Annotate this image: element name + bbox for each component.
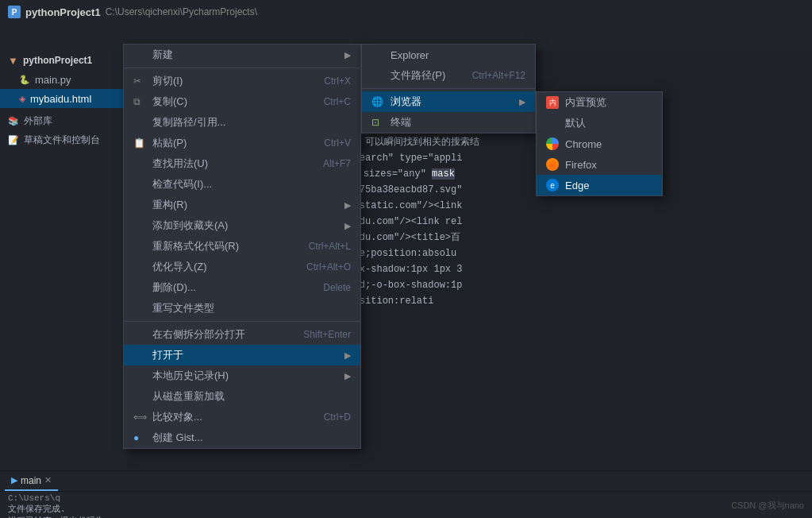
menu-compare-label: 比较对象... <box>152 410 202 424</box>
menu-item-paste[interactable]: 📋 粘贴(P) Ctrl+V <box>124 133 360 153</box>
menu-item-find[interactable]: 查找用法(U) Alt+F7 <box>124 153 360 174</box>
menu-item-reload[interactable]: 从磁盘重新加载 <box>124 386 360 407</box>
menu-refactor-label: 重构(R) <box>152 198 187 212</box>
browser-builtin[interactable]: 内 内置预览 <box>537 92 662 113</box>
menu-copy-label: 复制(C) <box>152 95 187 109</box>
file-tree-item-external[interactable]: 📚 外部库 <box>0 111 127 130</box>
menu-item-split[interactable]: 在右侧拆分部分打开 Shift+Enter <box>124 324 360 345</box>
menu-open-with-label: 打开于 <box>152 348 183 362</box>
csdn-watermark: CSDN @我与nano <box>731 500 804 512</box>
cut-shortcut: Ctrl+X <box>324 75 351 87</box>
chrome-label: Chrome <box>565 138 602 150</box>
menu-item-inspect[interactable]: 检查代码(I)... <box>124 174 360 195</box>
menu-new-label: 新建 <box>152 48 173 62</box>
menu-optimize-label: 优化导入(Z) <box>152 260 207 274</box>
submenu-browser[interactable]: 🌐 浏览器 ▶ <box>362 91 535 112</box>
run-tab-main[interactable]: ▶ main ✕ <box>5 471 58 491</box>
submenu-explorer[interactable]: Explorer <box>362 44 535 65</box>
run-tabs: ▶ main ✕ <box>0 471 812 492</box>
submenu-filepath-label: 文件路径(P) <box>391 68 445 83</box>
menu-item-refactor[interactable]: 重构(R) ▶ <box>124 195 360 215</box>
refactor-arrow: ▶ <box>344 200 351 211</box>
run-output-line4: 进程已结束，退出代码为 0 <box>8 515 804 518</box>
project-path: C:\Users\qichenxi\PycharmProjects\ <box>106 6 257 17</box>
menu-find-label: 查找用法(U) <box>152 157 208 171</box>
scratch-icon: 📝 <box>8 135 19 145</box>
reformat-shortcut: Ctrl+Alt+L <box>309 241 351 252</box>
separator-2 <box>124 321 360 322</box>
compare-shortcut: Ctrl+D <box>324 412 351 423</box>
copy-shortcut: Ctrl+C <box>324 96 351 107</box>
open-with-arrow: ▶ <box>344 350 351 361</box>
history-arrow: ▶ <box>344 371 351 381</box>
html-label: mybaidu.html <box>30 93 91 105</box>
menu-item-fav[interactable]: 添加到收藏夹(A) ▶ <box>124 215 360 236</box>
split-shortcut: Shift+Enter <box>303 329 351 340</box>
new-arrow: ▶ <box>344 50 351 60</box>
submenu-open-with: Explorer 文件路径(P) Ctrl+Alt+F12 🌐 浏览器 ▶ ⊡ … <box>361 44 536 133</box>
menu-paste-label: 粘贴(P) <box>152 136 187 150</box>
menu-rewrite-label: 重写文件类型 <box>152 301 214 315</box>
close-icon[interactable]: ✕ <box>44 475 52 485</box>
gist-icon: ● <box>133 432 146 443</box>
menu-split-label: 在右侧拆分部分打开 <box>152 327 245 342</box>
menu-item-cut[interactable]: ✂ 剪切(I) Ctrl+X <box>124 71 360 91</box>
left-panel: ▼ pythonProject1 🐍 main.py ◈ mybaidu.htm… <box>0 51 127 470</box>
menu-item-new[interactable]: 新建 ▶ <box>124 44 360 65</box>
browser-default[interactable]: 默认 <box>537 113 662 133</box>
project-label: pythonProject1 <box>23 55 92 66</box>
browser-chrome[interactable]: Chrome <box>537 133 662 154</box>
run-output-line1: C:\Users\q <box>8 493 804 503</box>
file-tree-item-scratch[interactable]: 📝 草稿文件和控制台 <box>0 130 127 149</box>
browser-icon: 🌐 <box>371 96 384 107</box>
file-tree-item-html[interactable]: ◈ mybaidu.html <box>0 89 127 108</box>
project-name: pythonProject1 <box>25 6 101 18</box>
bottom-bar: ▶ main ✕ C:\Users\q 文件保存完成. 进程已结束，退出代码为 … <box>0 470 812 518</box>
firefox-icon <box>546 158 559 171</box>
run-icon: ▶ <box>11 475 17 485</box>
menu-item-gist[interactable]: ● 创建 Gist... <box>124 427 360 448</box>
run-output-line2: 文件保存完成. <box>8 503 804 515</box>
menu-item-copy[interactable]: ⧉ 复制(C) Ctrl+C <box>124 91 360 112</box>
context-menu: 新建 ▶ ✂ 剪切(I) Ctrl+X ⧉ 复制(C) Ctrl+C 复制路径/… <box>123 44 361 449</box>
run-tab-label: main <box>21 475 41 486</box>
submenu-browser-label: 浏览器 <box>391 95 421 109</box>
file-tree-item-main-py[interactable]: 🐍 main.py <box>0 70 127 89</box>
submenu-file-path[interactable]: 文件路径(P) Ctrl+Alt+F12 <box>362 65 535 86</box>
filepath-shortcut: Ctrl+Alt+F12 <box>472 70 525 81</box>
copy-icon: ⧉ <box>133 96 146 107</box>
terminal-icon: ⊡ <box>371 117 384 128</box>
submenu-terminal[interactable]: ⊡ 终端 <box>362 112 535 133</box>
browser-firefox[interactable]: Firefox <box>537 154 662 175</box>
menu-item-compare[interactable]: ⟺ 比较对象... Ctrl+D <box>124 407 360 427</box>
builtin-browser-icon: 内 <box>546 96 559 109</box>
chrome-icon <box>546 137 559 150</box>
menu-item-rewrite-type[interactable]: 重写文件类型 <box>124 298 360 319</box>
project-icon: P <box>8 6 21 18</box>
menu-item-reformat[interactable]: 重新格式化代码(R) Ctrl+Alt+L <box>124 236 360 257</box>
py-icon: 🐍 <box>19 75 30 85</box>
edge-label: Edge <box>565 180 589 191</box>
menu-gist-label: 创建 Gist... <box>152 431 203 445</box>
scratch-label: 草稿文件和控制台 <box>24 133 100 147</box>
menu-reload-label: 从磁盘重新加载 <box>152 389 225 404</box>
menu-delete-label: 删除(D)... <box>152 280 196 295</box>
browser-edge[interactable]: e Edge <box>537 175 662 195</box>
lib-icon: 📚 <box>8 116 19 126</box>
html-icon: ◈ <box>19 94 25 104</box>
menu-item-delete[interactable]: 删除(D)... Delete <box>124 277 360 298</box>
paste-icon: 📋 <box>133 137 146 149</box>
fav-arrow: ▶ <box>344 221 351 231</box>
run-path: C:\Users\q <box>8 493 60 503</box>
menu-item-copy-path[interactable]: 复制路径/引用... <box>124 112 360 133</box>
menu-item-optimize[interactable]: 优化导入(Z) Ctrl+Alt+O <box>124 257 360 277</box>
menu-item-history[interactable]: 本地历史记录(H) ▶ <box>124 365 360 386</box>
edge-icon: e <box>546 179 559 191</box>
builtin-label: 内置预览 <box>565 95 606 110</box>
file-tree-item-project[interactable]: ▼ pythonProject1 <box>0 51 127 70</box>
optimize-shortcut: Ctrl+Alt+O <box>306 261 351 273</box>
menu-item-open-with[interactable]: 打开于 ▶ <box>124 345 360 365</box>
folder-icon: ▼ <box>8 55 18 67</box>
separator-1 <box>124 68 360 68</box>
find-shortcut: Alt+F7 <box>323 158 351 169</box>
